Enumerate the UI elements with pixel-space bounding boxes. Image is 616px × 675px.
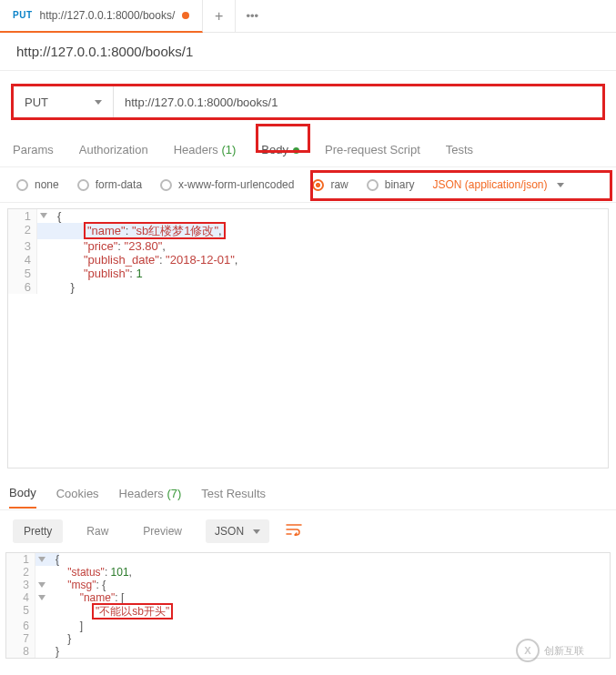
tab-headers-label: Headers — [174, 143, 218, 156]
request-tab[interactable]: PUT http://127.0.0.1:8000/books/ — [0, 0, 203, 33]
view-preview[interactable]: Preview — [132, 519, 193, 543]
tab-prerequest[interactable]: Pre-request Script — [325, 143, 420, 165]
highlight-box — [310, 170, 612, 201]
tab-headers-count: (1) — [221, 143, 236, 156]
logo-icon: X — [516, 639, 540, 662]
resp-tab-body[interactable]: Body — [9, 479, 36, 509]
highlight-box — [256, 124, 310, 153]
unsaved-dot-icon — [182, 12, 189, 19]
radio-icon — [77, 179, 89, 191]
radio-none[interactable]: none — [16, 178, 59, 191]
tab-method: PUT — [13, 10, 33, 20]
watermark-logo: X 创新互联 — [516, 639, 598, 662]
resp-tab-cookies[interactable]: Cookies — [56, 479, 99, 508]
method-select[interactable]: PUT — [14, 86, 114, 117]
chevron-down-icon — [253, 529, 260, 534]
tab-title: http://127.0.0.1:8000/books/ — [40, 9, 176, 22]
chevron-down-icon — [95, 100, 102, 105]
response-tabs: Body Cookies Headers (7) Test Results — [0, 478, 616, 510]
tab-bar: PUT http://127.0.0.1:8000/books/ + ••• — [0, 0, 616, 33]
tab-more-button[interactable]: ••• — [236, 0, 268, 33]
tab-headers[interactable]: Headers (1) — [174, 143, 237, 165]
request-url-label: http://127.0.0.1:8000/books/1 — [0, 33, 616, 71]
request-row: PUT — [11, 84, 605, 120]
url-input[interactable] — [114, 86, 602, 117]
response-format-select[interactable]: JSON — [206, 519, 269, 543]
view-raw[interactable]: Raw — [76, 519, 119, 543]
tab-params[interactable]: Params — [13, 143, 54, 165]
new-tab-button[interactable]: + — [203, 0, 236, 33]
response-controls: Pretty Raw Preview JSON — [0, 510, 616, 552]
tab-tests[interactable]: Tests — [446, 143, 473, 165]
method-value: PUT — [25, 96, 48, 109]
radio-xwww[interactable]: x-www-form-urlencoded — [160, 178, 294, 191]
request-subtabs: Params Authorization Headers (1) Body Pr… — [0, 120, 616, 167]
radio-icon — [160, 179, 172, 191]
radio-icon — [16, 179, 28, 191]
resp-tab-tests[interactable]: Test Results — [201, 479, 266, 508]
radio-formdata[interactable]: form-data — [77, 178, 142, 191]
wrap-lines-icon[interactable] — [286, 523, 302, 539]
request-body-editor[interactable]: 1{ 2 "name": "sb红楼梦1修改", 3 "price": "23.… — [7, 208, 609, 468]
tab-authorization[interactable]: Authorization — [79, 143, 148, 165]
view-pretty[interactable]: Pretty — [13, 519, 63, 543]
body-type-row: none form-data x-www-form-urlencoded raw… — [0, 167, 616, 203]
resp-tab-headers[interactable]: Headers (7) — [119, 479, 182, 508]
